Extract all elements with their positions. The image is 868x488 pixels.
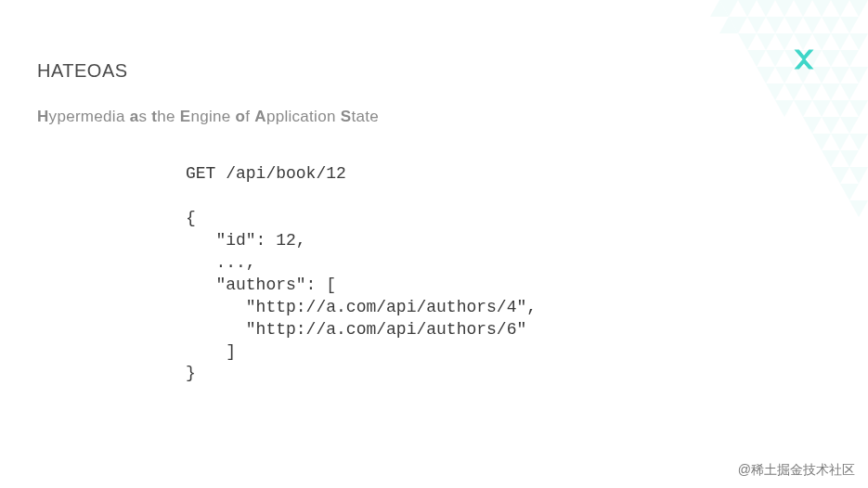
acronym-word: s (138, 108, 151, 125)
slide-subtitle: Hypermedia as the Engine of Application … (37, 108, 831, 126)
acronym-word: tate (351, 108, 379, 125)
acronym-word: f (245, 108, 254, 125)
acronym-letter: S (341, 108, 352, 125)
slide-content: HATEOAS Hypermedia as the Engine of Appl… (0, 0, 868, 385)
acronym-word: ypermedia (49, 108, 130, 125)
code-example: GET /api/book/12 { "id": 12, ..., "autho… (186, 163, 831, 385)
acronym-letter: o (236, 108, 246, 125)
brand-logo-icon (791, 46, 817, 76)
acronym-letter: a (130, 108, 139, 125)
acronym-word: he (157, 108, 180, 125)
slide-title: HATEOAS (37, 60, 831, 82)
watermark-text: @稀土掘金技术社区 (738, 462, 855, 479)
acronym-word: ngine (190, 108, 235, 125)
acronym-word: pplication (266, 108, 341, 125)
acronym-letter: E (180, 108, 191, 125)
acronym-letter: H (37, 108, 49, 125)
acronym-letter: A (254, 108, 266, 125)
